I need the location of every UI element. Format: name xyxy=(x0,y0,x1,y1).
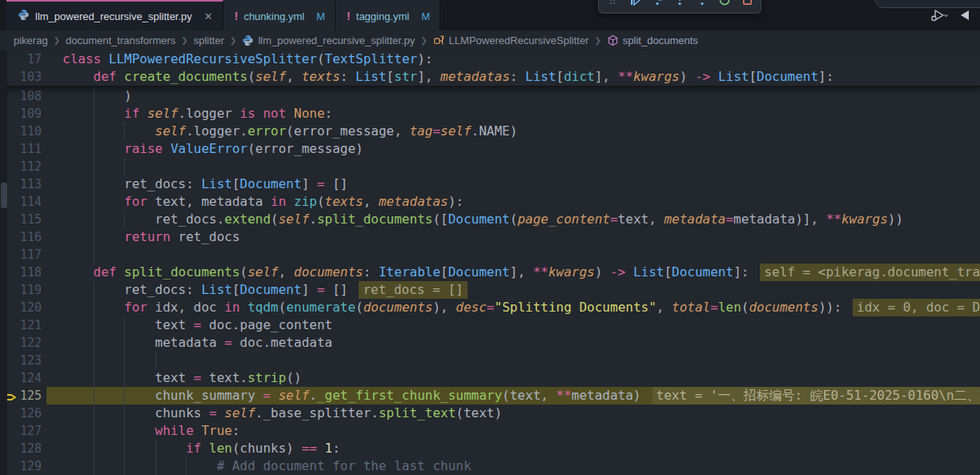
continue-icon[interactable] xyxy=(628,0,642,7)
code-text[interactable]: ) xyxy=(62,87,132,105)
code-line-110[interactable]: 110 self.logger.error(error_message, tag… xyxy=(0,123,980,140)
code-line-126[interactable]: 126 chunks = self._base_splitter.split_t… xyxy=(0,405,980,422)
code-line-113[interactable]: 113 ret_docs: List[Document] = [] xyxy=(0,175,980,193)
token: . xyxy=(309,388,317,403)
code-line-121[interactable]: 121 text = doc.page_content xyxy=(0,316,980,334)
token: [ xyxy=(387,69,395,84)
line-number[interactable]: 117 xyxy=(11,246,42,264)
code-lines[interactable]: 108 )109 if self.logger is not None:110 … xyxy=(0,87,980,475)
code-line-117[interactable]: 117 xyxy=(0,246,980,264)
code-text[interactable]: raise ValueError(error_message) xyxy=(62,140,363,158)
line-number[interactable]: 114 xyxy=(11,193,42,211)
tab-llm_powered_recursive_splitter.py[interactable]: llm_powered_recursive_splitter.py✕ xyxy=(6,0,223,30)
tab-tagging.yml[interactable]: !tagging.ymlM xyxy=(335,0,440,30)
line-number[interactable]: 123 xyxy=(11,352,42,369)
line-number[interactable]: 115 xyxy=(11,211,42,228)
code-text[interactable]: ret_docs: List[Document] = [] xyxy=(62,175,347,193)
code-line-119[interactable]: 119 ret_docs: List[Document] = []ret_doc… xyxy=(0,281,980,299)
code-text[interactable]: text = doc.page_content xyxy=(62,316,332,334)
line-number[interactable]: 121 xyxy=(11,316,42,334)
code-text[interactable]: ret_docs.extend(self.split_documents([Do… xyxy=(62,211,903,228)
token xyxy=(62,106,124,121)
line-number[interactable]: 122 xyxy=(11,334,42,352)
line-number[interactable]: 113 xyxy=(11,175,42,193)
code-text[interactable]: for text, metadata in zip(texts, metadat… xyxy=(62,193,464,211)
code-text[interactable]: def split_documents(self, documents: Ite… xyxy=(62,264,980,281)
code-text[interactable]: chunks = self._base_splitter.split_text(… xyxy=(62,405,502,422)
code-line-129[interactable]: 129 # Add document for the last chunk xyxy=(0,457,980,475)
line-number[interactable]: 129 xyxy=(11,457,42,475)
step-into-icon[interactable] xyxy=(673,0,687,7)
line-number[interactable]: 108 xyxy=(11,87,42,105)
code-line-111[interactable]: 111 raise ValueError(error_message) xyxy=(0,140,980,158)
code-line-115[interactable]: 115 ret_docs.extend(self.split_documents… xyxy=(0,211,980,228)
code-line-127[interactable]: 127 while True: xyxy=(0,422,980,440)
breadcrumb-item-LLMPoweredRecursiveSplitter[interactable]: LLMPoweredRecursiveSplitter xyxy=(433,34,589,46)
sticky-scroll[interactable]: 17class LLMPoweredRecursiveSplitter(Text… xyxy=(0,50,980,87)
line-number[interactable]: 17 xyxy=(11,50,42,68)
token: = xyxy=(224,335,232,350)
code-line-124[interactable]: 124 text = text.strip() xyxy=(0,369,980,387)
code-text[interactable]: for idx, doc in tqdm(enumerate(documents… xyxy=(62,299,980,316)
code-line-108[interactable]: 108 ) xyxy=(0,87,980,105)
code-text[interactable]: # Add document for the last chunk xyxy=(62,457,472,475)
breadcrumb-item-splitter[interactable]: splitter xyxy=(194,34,224,46)
left-strip-handle[interactable] xyxy=(1,183,7,208)
code-line-118[interactable]: 118 def split_documents(self, documents:… xyxy=(0,264,980,281)
token: return xyxy=(124,229,171,244)
step-out-icon[interactable] xyxy=(695,0,709,7)
inline-debug-value: ret_docs = [] xyxy=(359,281,467,299)
drag-handle-icon[interactable] xyxy=(605,0,620,7)
code-text[interactable]: while True: xyxy=(62,422,240,440)
code-line-109[interactable]: 109 if self.logger is not None: xyxy=(0,105,980,123)
code-text[interactable]: metadata = doc.metadata xyxy=(62,334,332,352)
code-line-120[interactable]: 120 for idx, doc in tqdm(enumerate(docum… xyxy=(0,299,980,316)
token: ( xyxy=(741,300,749,315)
code-line-116[interactable]: 116 return ret_docs xyxy=(0,228,980,246)
line-number[interactable]: 127 xyxy=(11,422,42,440)
debug-run-dropdown-icon[interactable] xyxy=(929,8,948,22)
code-text[interactable]: class LLMPoweredRecursiveSplitter(TextSp… xyxy=(62,50,432,68)
stop-icon[interactable] xyxy=(740,0,754,7)
code-line-122[interactable]: 122 metadata = doc.metadata xyxy=(0,334,980,352)
line-number[interactable]: 119 xyxy=(11,281,42,299)
token: ]: xyxy=(818,69,833,84)
token: (text, xyxy=(502,388,556,403)
line-number[interactable]: 124 xyxy=(11,369,42,387)
restart-icon[interactable] xyxy=(717,0,732,7)
step-over-icon[interactable] xyxy=(650,0,665,7)
code-text[interactable]: return ret_docs xyxy=(62,228,240,246)
code-line-103[interactable]: 103 def create_documents(self, texts: Li… xyxy=(0,68,980,86)
line-number[interactable]: 116 xyxy=(11,228,42,246)
code-line-112[interactable]: 112 xyxy=(0,158,980,175)
layout-toggle-icon[interactable] xyxy=(959,10,970,21)
code-editor[interactable]: 17class LLMPoweredRecursiveSplitter(Text… xyxy=(0,50,980,475)
line-number[interactable]: 120 xyxy=(11,299,42,316)
line-number[interactable]: 118 xyxy=(11,264,42,281)
line-number[interactable]: 110 xyxy=(11,123,42,140)
code-text[interactable]: self.logger.error(error_message, tag=sel… xyxy=(62,123,517,140)
token: def xyxy=(94,264,117,280)
breadcrumb-item-pikerag[interactable]: pikerag xyxy=(14,34,48,46)
tab-chunking.yml[interactable]: !chunking.ymlM xyxy=(223,0,335,30)
line-number[interactable]: 128 xyxy=(11,440,42,457)
code-line-128[interactable]: 128 if len(chunks) == 1: xyxy=(0,440,980,457)
code-text[interactable]: if self.logger is not None: xyxy=(62,105,332,123)
code-line-114[interactable]: 114 for text, metadata in zip(texts, met… xyxy=(0,193,980,211)
breadcrumb-item-document_transformers[interactable]: document_transformers xyxy=(66,34,175,46)
code-text[interactable]: def create_documents(self, texts: List[s… xyxy=(62,68,833,86)
code-text[interactable]: chunk_summary = self._get_first_chunk_su… xyxy=(62,387,980,405)
code-text[interactable]: ret_docs: List[Document] = []ret_docs = … xyxy=(62,281,468,299)
code-line-123[interactable]: 123 xyxy=(0,352,980,369)
close-icon[interactable]: ✕ xyxy=(204,10,213,22)
breadcrumb-item-split_documents[interactable]: split_documents xyxy=(607,34,698,46)
line-number[interactable]: 112 xyxy=(11,158,42,175)
code-line-17[interactable]: 17class LLMPoweredRecursiveSplitter(Text… xyxy=(0,50,980,68)
breadcrumb-item-llm_powered_recursive_splitter.py[interactable]: llm_powered_recursive_splitter.py xyxy=(242,34,415,46)
code-text[interactable]: if len(chunks) == 1: xyxy=(62,440,340,457)
line-number[interactable]: 111 xyxy=(11,140,42,158)
code-line-125[interactable]: 125 chunk_summary = self._get_first_chun… xyxy=(0,387,980,405)
code-text[interactable]: text = text.strip() xyxy=(62,369,302,387)
line-number[interactable]: 103 xyxy=(11,68,42,86)
line-number[interactable]: 109 xyxy=(11,105,42,123)
